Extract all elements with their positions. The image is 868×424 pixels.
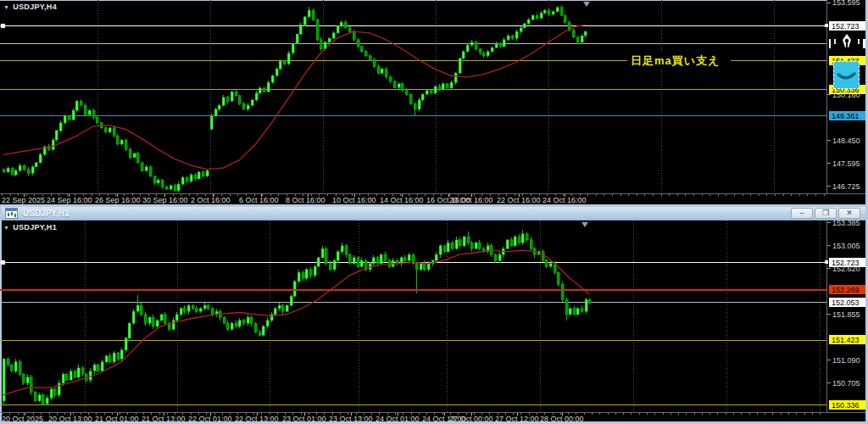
svg-text:2 Oct 16:00: 2 Oct 16:00 <box>191 196 231 204</box>
svg-text:6 Oct 16:00: 6 Oct 16:00 <box>239 196 279 204</box>
symbol-text-h4: USDJPY,H4 <box>13 3 57 11</box>
minimize-button[interactable]: – <box>791 208 813 219</box>
svg-text:150.336: 150.336 <box>832 401 860 410</box>
window-title: USDJPY,H1 <box>23 209 791 218</box>
close-button[interactable]: ✕ <box>838 208 860 219</box>
h4-chart-canvas[interactable]: 日足ma買い支え153.595152.723152.053151.423150.… <box>0 0 865 204</box>
svg-text:149.361: 149.361 <box>832 112 860 120</box>
svg-text:151.423: 151.423 <box>832 336 860 344</box>
symbol-label-h4: ▼ USDJPY,H4 <box>3 3 57 11</box>
smile-arc-glyph <box>835 64 858 86</box>
h1-window-titlebar[interactable]: USDJPY,H1 – ❒ ✕ <box>2 207 865 220</box>
svg-text:24 Sep 16:00: 24 Sep 16:00 <box>47 196 92 204</box>
svg-text:153.595: 153.595 <box>832 0 860 7</box>
chart-usdjpy-h1[interactable]: 153.385153.005152.723152.620152.269152.0… <box>0 220 865 424</box>
chart-usdjpy-h4[interactable]: 日足ma買い支え153.595152.723152.053151.423150.… <box>0 0 865 204</box>
svg-text:日足ma買い支え: 日足ma買い支え <box>631 54 720 67</box>
svg-text:30 Sep 16:00: 30 Sep 16:00 <box>142 196 188 204</box>
svg-text:152.269: 152.269 <box>832 286 860 294</box>
mt4-workspace: 日足ma買い支え153.595152.723152.053151.423150.… <box>0 0 868 424</box>
svg-text:22 Oct 16:00: 22 Oct 16:00 <box>497 196 541 204</box>
svg-text:146.725: 146.725 <box>832 182 860 191</box>
svg-text:26 Sep 16:00: 26 Sep 16:00 <box>95 196 141 204</box>
maximize-button[interactable]: ❒ <box>815 208 837 219</box>
smiley-sticker-object[interactable] <box>833 61 860 89</box>
svg-text:147.595: 147.595 <box>832 159 860 168</box>
svg-text:148.450: 148.450 <box>832 137 860 145</box>
symbol-text-h1: USDJPY,H1 <box>13 223 57 232</box>
svg-text:10 Oct 16:00: 10 Oct 16:00 <box>332 196 376 204</box>
pen-nib-glyph <box>832 32 861 51</box>
svg-text:153.385: 153.385 <box>832 220 860 227</box>
svg-text:151.090: 151.090 <box>832 356 860 365</box>
svg-text:24 Oct 16:00: 24 Oct 16:00 <box>542 196 587 204</box>
dropdown-icon: ▼ <box>3 225 9 231</box>
chart-window-icon <box>5 208 18 219</box>
h1-chart-canvas[interactable]: 153.385153.005152.723152.620152.269152.0… <box>0 220 865 424</box>
svg-text:8 Oct 16:00: 8 Oct 16:00 <box>286 196 326 204</box>
svg-text:22 Sep 2025: 22 Sep 2025 <box>2 196 45 204</box>
symbol-label-h1: ▼ USDJPY,H1 <box>3 223 57 232</box>
svg-text:152.053: 152.053 <box>832 298 860 307</box>
dropdown-icon: ▼ <box>3 4 9 10</box>
svg-text:150.160: 150.160 <box>832 91 860 99</box>
svg-text:152.723: 152.723 <box>832 22 860 31</box>
svg-text:153.005: 153.005 <box>832 242 860 250</box>
svg-text:150.705: 150.705 <box>832 379 860 388</box>
svg-text:151.855: 151.855 <box>832 310 860 319</box>
svg-text:20 Oct 16:00: 20 Oct 16:00 <box>449 196 493 204</box>
svg-text:152.620: 152.620 <box>832 265 860 273</box>
pen-tool-icon[interactable] <box>831 31 863 53</box>
svg-text:14 Oct 16:00: 14 Oct 16:00 <box>380 196 424 204</box>
